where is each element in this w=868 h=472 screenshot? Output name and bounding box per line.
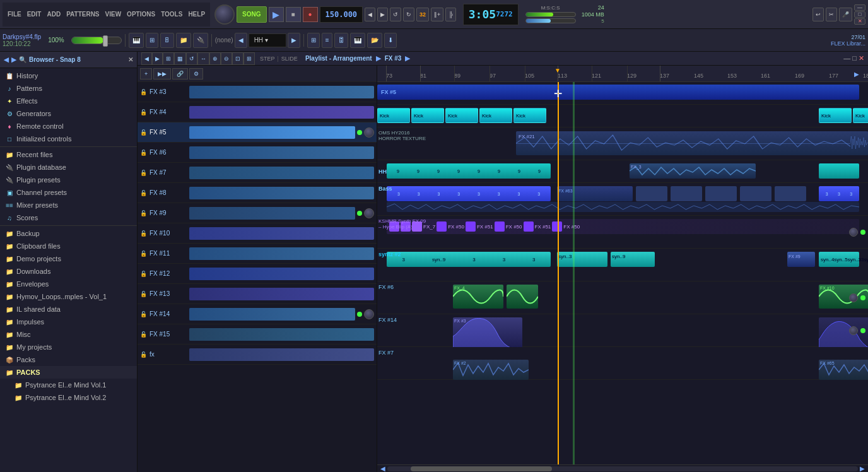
channel-knob-fx5[interactable] — [364, 127, 374, 138]
browser-item-plugin-database[interactable]: 🔌 Plugin database — [0, 161, 137, 174]
rack-link-btn[interactable]: 🔗 — [172, 68, 188, 80]
menu-patterns[interactable]: PATTERNS — [64, 9, 102, 19]
browser-item-hymov-loops[interactable]: 📁 Hymov_Loops..mples - Vol_1 — [0, 290, 137, 303]
menu-tools[interactable]: TOOLS — [158, 9, 185, 19]
playlist-toolbar-btn-5[interactable]: ↺ — [186, 52, 197, 65]
clip-bass-r2[interactable] — [671, 186, 702, 201]
browser-item-demo-projects[interactable]: 📁 Demo projects — [0, 252, 137, 265]
fx14-knob2[interactable] — [849, 326, 858, 335]
menu-help[interactable]: HELP — [185, 9, 208, 19]
playlist-toolbar-btn-6[interactable]: ↔ — [197, 52, 209, 65]
mixer-open-btn[interactable]: 🎛 — [334, 33, 348, 48]
stop-button[interactable]: ■ — [286, 7, 301, 22]
clip-fx14-env2[interactable] — [819, 317, 868, 350]
h-scroll-left-btn[interactable]: ◀ — [378, 465, 387, 472]
browser-item-envelopes[interactable]: 📁 Envelopes — [0, 278, 137, 290]
window-max-btn[interactable]: □ — [852, 54, 857, 62]
playlist-toolbar-btn-8[interactable]: ⊖ — [221, 52, 232, 65]
clip-fx6-wave1[interactable]: FX..4 — [453, 285, 503, 309]
volume-knob-area[interactable] — [71, 37, 122, 44]
clip-bass-r4[interactable] — [740, 186, 771, 201]
browser-item-channel-presets[interactable]: ▣ Channel presets — [0, 186, 137, 199]
clip-bass-waveform[interactable]: FX #63 — [557, 186, 633, 201]
channel-row-fx11[interactable]: 🔓 FX #11 — [138, 244, 377, 264]
browser-item-impulses[interactable]: 📁 Impulses — [0, 316, 137, 328]
window-close[interactable]: ✕ — [854, 18, 865, 25]
channel-row-fx15[interactable]: 🔓 FX #15 — [138, 324, 377, 345]
window-minimize[interactable]: — — [854, 4, 865, 11]
channel-row-fx8[interactable]: 🔓 FX #8 — [138, 183, 377, 203]
clip-syntz2-fx9[interactable]: FX #9 — [787, 252, 815, 267]
browser-item-packs-folder[interactable]: 📁 PACKS — [0, 366, 137, 379]
clip-bass-r3[interactable] — [705, 186, 737, 201]
menu-file[interactable]: FILE — [5, 9, 24, 19]
rack-add-btn[interactable]: + — [140, 68, 152, 80]
nav-prev[interactable]: ◀ — [365, 8, 375, 21]
browser-nav-next[interactable]: ▶ — [11, 56, 16, 63]
clip-fx6-wave2[interactable] — [507, 285, 538, 309]
browser-search-icon[interactable]: 🔍 — [19, 56, 26, 63]
clip-kick-6[interactable]: Kick — [819, 108, 852, 123]
channel-row-fx[interactable]: 🔓 fx — [138, 345, 377, 365]
step-sequencer-btn[interactable]: ⊞ — [146, 33, 158, 48]
playlist-toolbar-btn-1[interactable]: ◀ — [141, 52, 152, 65]
playlist-btn[interactable]: ≡ — [322, 33, 333, 48]
fx6-knob[interactable] — [849, 293, 858, 302]
browser-item-psy1[interactable]: 📁 Psytrance El..e Mind Vol.1 — [0, 379, 137, 391]
clip-fx14-env1[interactable]: FX #3 — [453, 317, 522, 350]
browser-nav-prev[interactable]: ◀ — [4, 56, 9, 63]
browser-item-downloads[interactable]: 📁 Downloads — [0, 265, 137, 278]
rack-settings-btn[interactable]: ⚙ — [189, 68, 203, 80]
kshmr-knob[interactable] — [849, 228, 858, 237]
browser-item-initialized-controls[interactable]: □ Initialized controls — [0, 133, 137, 145]
clip-syntz2-right[interactable]: syn..4 syn..5 syn..3 3 syntz 3 3 — [819, 252, 859, 267]
window-maximize[interactable]: □ — [854, 11, 865, 18]
browser-item-misc[interactable]: 📁 Misc — [0, 328, 137, 341]
master-pitch-slider[interactable] — [525, 18, 576, 23]
browser-item-il-shared-data[interactable]: 📁 IL shared data — [0, 303, 137, 316]
browser-item-packs[interactable]: 📦 Packs — [0, 353, 137, 366]
clip-bass-row[interactable]: 3 3 3 3 3 3 3 3 — [387, 186, 551, 201]
playlist-toolbar-btn-9[interactable]: ⊡ — [232, 52, 243, 65]
nav-next[interactable]: ▶ — [377, 8, 388, 21]
mic-btn[interactable]: 🎤 — [839, 8, 852, 21]
channel-knob-fx9[interactable] — [364, 208, 374, 218]
browser-item-plugin-presets[interactable]: 🔌 Plugin presets — [0, 174, 137, 186]
browser-item-generators[interactable]: ⚙ Generators — [0, 107, 137, 120]
undo-btn[interactable]: ↩ — [812, 8, 824, 21]
master-pitch-dial[interactable] — [214, 4, 235, 25]
clip-kick-3[interactable]: Kick — [445, 108, 478, 123]
menu-view[interactable]: VIEW — [103, 9, 124, 19]
clip-kshmr-row[interactable]: FX_7 FX #50 FX #51 FX #50 FX #51 FX — [387, 219, 859, 234]
play-button[interactable]: ▶ — [269, 7, 284, 22]
mixer-btn[interactable]: 🎚 — [160, 33, 174, 48]
timeline-scroll-right[interactable]: ▶ — [854, 70, 859, 77]
pattern-prev-btn[interactable]: ◀ — [235, 33, 247, 48]
window-x-btn[interactable]: ✕ — [859, 54, 864, 62]
browser-item-mixer-presets[interactable]: ≡≡ Mixer presets — [0, 199, 137, 211]
channel-row-fx12[interactable]: 🔓 FX #12 — [138, 264, 377, 284]
window-min-btn[interactable]: — — [843, 54, 850, 62]
step-size-btn[interactable]: ‖+ — [431, 8, 443, 21]
record-button[interactable]: ● — [303, 7, 318, 22]
clip-kick-5[interactable]: Kick — [513, 108, 546, 123]
h-scroll-right-btn[interactable]: ▶ — [858, 465, 867, 472]
rack-step-btn[interactable]: ▶▶ — [153, 68, 171, 80]
menu-edit[interactable]: EDIT — [25, 9, 44, 19]
pattern-btn[interactable]: ╠ — [445, 8, 455, 21]
browser-item-backup[interactable]: 📁 Backup — [0, 227, 137, 240]
channel-row-fx10[interactable]: 🔓 FX #10 — [138, 223, 377, 244]
channel-knob-fx14[interactable] — [364, 309, 374, 319]
channel-row-fx5[interactable]: 🔓 FX #5 — [138, 122, 377, 143]
clip-syntz2-row[interactable]: 3 syn..9 3 3 3 — [387, 252, 551, 267]
clip-fx7-wave[interactable]: FX #2 — [453, 360, 529, 380]
browser-item-psy2[interactable]: 📁 Psytrance El..e Mind Vol.2 — [0, 391, 137, 404]
playlist-toolbar-btn-3[interactable]: ⊞ — [163, 52, 174, 65]
download-btn[interactable]: ⬇ — [384, 33, 397, 48]
playlist-toolbar-btn-10[interactable]: ⊞ — [243, 52, 255, 65]
piano-btn[interactable]: 🎹 — [350, 33, 365, 48]
browser-item-my-projects[interactable]: 📁 My projects — [0, 341, 137, 353]
clip-bass-far-right[interactable]: 333 — [819, 186, 859, 201]
song-mode-button[interactable]: SONG — [237, 6, 266, 23]
quality-button[interactable]: 32 — [416, 8, 429, 21]
